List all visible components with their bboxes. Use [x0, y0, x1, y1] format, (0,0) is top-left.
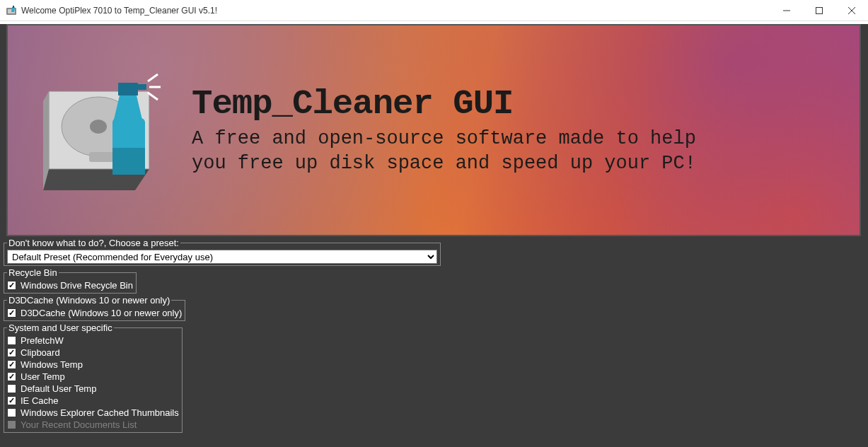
svg-line-18: [148, 74, 158, 81]
checkbox-label: Your Recent Documents List: [21, 419, 137, 430]
checkbox-icon: [7, 336, 16, 345]
banner-text: Temp_Cleaner GUI A free and open-source …: [192, 84, 736, 176]
group-recycle-bin: Recycle Bin Windows Drive Recycle Bin: [4, 267, 137, 294]
window-title: Welcome OptiPlex 7010 to Temp_Cleaner GU…: [21, 6, 770, 16]
checkbox-row[interactable]: IE Cache: [7, 395, 179, 407]
checkbox-icon: [7, 396, 16, 405]
app-icon: [6, 5, 17, 16]
checkbox-label: D3DCache (Windows 10 or newer only): [21, 308, 182, 318]
checkbox-label: Windows Temp: [21, 359, 83, 370]
checkbox-label: Clipboard: [21, 347, 60, 358]
svg-rect-13: [118, 83, 138, 95]
window-titlebar: Welcome OptiPlex 7010 to Temp_Cleaner GU…: [0, 0, 868, 21]
checkbox-row[interactable]: Clipboard: [7, 347, 179, 359]
checkbox-row[interactable]: PrefetchW: [7, 335, 179, 347]
checkbox-label: Windows Drive Recycle Bin: [21, 280, 133, 291]
banner-logo: [43, 63, 163, 197]
checkbox-row[interactable]: D3DCache (Windows 10 or newer only): [7, 307, 182, 319]
banner-subheading: A free and open-source software made to …: [192, 127, 736, 176]
window-controls: [770, 0, 868, 21]
minimize-button[interactable]: [770, 0, 803, 21]
checkbox-row[interactable]: Your Recent Documents List: [7, 419, 179, 431]
checkbox-label: PrefetchW: [21, 335, 64, 346]
checkbox-icon: [7, 372, 16, 381]
svg-rect-2: [13, 6, 14, 8]
preset-select[interactable]: Default Preset (Recommended for Everyday…: [7, 250, 437, 264]
group-legend: D3DCache (Windows 10 or newer only): [7, 295, 171, 306]
content: Don't know what to do?, Choose a preset:…: [0, 236, 868, 433]
group-legend: System and User specific: [7, 323, 114, 333]
checkbox-row[interactable]: Default User Temp: [7, 383, 179, 395]
checkbox-row[interactable]: Windows Drive Recycle Bin: [7, 279, 133, 291]
maximize-button[interactable]: [803, 0, 835, 21]
checkbox-label: Default User Temp: [21, 383, 96, 394]
checkbox-icon: [7, 408, 16, 417]
banner: Temp_Cleaner GUI A free and open-source …: [6, 24, 861, 236]
group-system-user: System and User specific PrefetchW Clipb…: [4, 323, 183, 433]
group-legend: Recycle Bin: [7, 267, 59, 278]
checkbox-label: IE Cache: [21, 395, 58, 406]
banner-heading: Temp_Cleaner GUI: [192, 84, 736, 124]
preset-group: Don't know what to do?, Choose a preset:…: [4, 238, 441, 266]
checkbox-icon: [7, 348, 16, 357]
checkbox-icon: [7, 308, 16, 318]
checkbox-row[interactable]: Windows Temp: [7, 359, 179, 371]
checkbox-icon: [7, 281, 16, 290]
svg-rect-14: [138, 84, 146, 90]
checkbox-label: Windows Explorer Cached Thumbnails: [21, 407, 179, 418]
preset-legend: Don't know what to do?, Choose a preset:: [7, 238, 180, 248]
checkbox-icon: [7, 420, 16, 429]
app-body: Temp_Cleaner GUI A free and open-source …: [0, 24, 868, 447]
checkbox-icon: [7, 360, 16, 369]
checkbox-icon: [7, 384, 16, 393]
checkbox-label: User Temp: [21, 371, 65, 382]
group-d3dcache: D3DCache (Windows 10 or newer only) D3DC…: [4, 295, 185, 321]
close-button[interactable]: [835, 0, 868, 21]
svg-rect-17: [112, 148, 145, 175]
svg-rect-4: [816, 7, 823, 13]
checkbox-row[interactable]: User Temp: [7, 371, 179, 383]
svg-point-11: [90, 120, 107, 134]
checkbox-row[interactable]: Windows Explorer Cached Thumbnails: [7, 407, 179, 419]
